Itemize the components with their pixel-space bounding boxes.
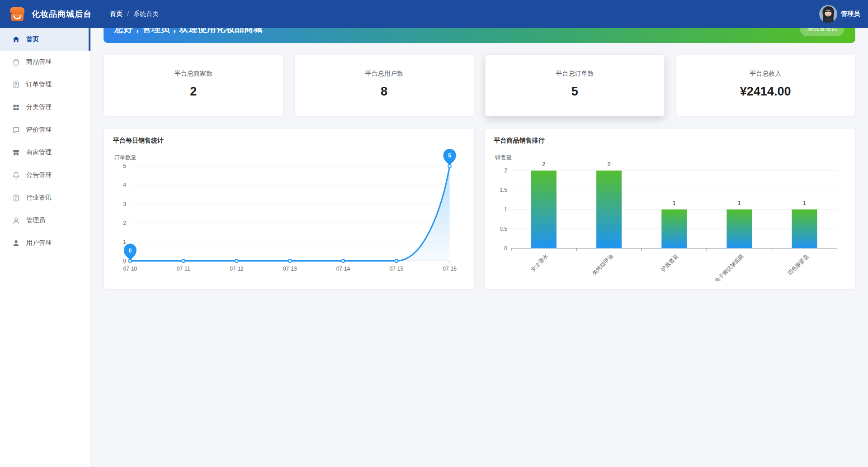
svg-text:销售量: 销售量 [494, 154, 511, 161]
sidebar-item-home[interactable]: 首页 [0, 28, 90, 51]
sidebar-item-categories[interactable]: 分类管理 [0, 96, 90, 119]
grid-icon [12, 103, 20, 111]
svg-text:护肤套装: 护肤套装 [659, 253, 679, 273]
sidebar-item-orders[interactable]: 订单管理 [0, 73, 90, 96]
user-name: 管理员 [841, 10, 860, 18]
sidebar-item-merchants[interactable]: 商家管理 [0, 141, 90, 164]
svg-text:07-13: 07-13 [283, 266, 297, 272]
svg-text:0: 0 [123, 258, 126, 264]
main-content: 您好，管理员，欢迎使用化妆品商城 系统管理员 平台总商家数 2 平台总用户数 8… [91, 0, 868, 467]
stat-card-revenue: 平台总收入 ¥2414.00 [675, 55, 855, 116]
svg-text:四色眼影盘: 四色眼影盘 [786, 253, 810, 276]
chart-title: 平台商品销售排行 [485, 129, 855, 146]
svg-text:1: 1 [802, 200, 806, 206]
stat-label: 平台总用户数 [295, 70, 474, 78]
sidebar-item-industry-news[interactable]: 行业资讯 [0, 186, 90, 209]
charts-row: 平台每日销售统计 订单数量01234507-1007-1107-1207-130… [104, 128, 855, 289]
breadcrumb: 首页 / 系统首页 [110, 10, 159, 18]
news-document-icon [12, 194, 20, 202]
svg-text:5: 5 [123, 163, 126, 169]
stat-card-orders: 平台总订单数 5 [485, 55, 665, 116]
svg-text:2: 2 [504, 167, 507, 174]
shopping-bag-icon [12, 58, 20, 66]
stats-row: 平台总商家数 2 平台总用户数 8 平台总订单数 5 平台总收入 ¥2414.0… [104, 55, 855, 116]
home-icon [12, 35, 20, 43]
daily-sales-line-chart: 订单数量01234507-1007-1107-1207-1307-1407-15… [104, 146, 474, 281]
product-ranking-bar-chart: 销售量00.511.522女士香水2免烤指甲油1护肤套装1鱼子酱抗皱面膜1四色眼… [485, 146, 855, 281]
svg-text:女士香水: 女士香水 [529, 253, 549, 273]
breadcrumb-home-link[interactable]: 首页 [110, 10, 123, 18]
svg-text:0: 0 [129, 248, 132, 254]
top-header: 化妆品商城后台 首页 / 系统首页 管理员 [0, 0, 868, 28]
stat-value: 5 [486, 85, 665, 99]
app-title: 化妆品商城后台 [32, 9, 92, 19]
svg-text:07-12: 07-12 [230, 266, 244, 272]
app-logo-icon [8, 6, 26, 22]
svg-text:1: 1 [504, 206, 507, 213]
breadcrumb-separator: / [127, 10, 129, 18]
comment-icon [12, 126, 20, 134]
bell-icon [12, 171, 20, 179]
daily-sales-chart-card: 平台每日销售统计 订单数量01234507-1007-1107-1207-130… [104, 128, 475, 289]
sidebar: 首页 商品管理 订单管理 分类管理 评价管理 商家管理 公告管理 [0, 28, 91, 467]
svg-text:鱼子酱抗皱面膜: 鱼子酱抗皱面膜 [713, 253, 745, 281]
svg-text:2: 2 [123, 220, 126, 226]
svg-text:1.5: 1.5 [500, 187, 507, 193]
sidebar-item-products[interactable]: 商品管理 [0, 51, 90, 73]
svg-text:5: 5 [448, 152, 451, 159]
svg-text:07-15: 07-15 [389, 266, 403, 272]
stat-card-merchants: 平台总商家数 2 [104, 55, 283, 116]
sidebar-item-users[interactable]: 用户管理 [0, 232, 90, 254]
svg-text:订单数量: 订单数量 [114, 154, 137, 161]
product-ranking-chart-card: 平台商品销售排行 销售量00.511.522女士香水2免烤指甲油1护肤套装1鱼子… [485, 128, 856, 289]
svg-text:3: 3 [123, 201, 126, 207]
breadcrumb-current: 系统首页 [133, 10, 159, 18]
svg-text:07-16: 07-16 [443, 266, 457, 272]
svg-text:免烤指甲油: 免烤指甲油 [590, 253, 614, 276]
stat-value: 2 [104, 85, 283, 99]
person-filled-icon [12, 239, 20, 247]
stat-label: 平台总订单数 [486, 70, 665, 78]
svg-text:1: 1 [123, 239, 126, 245]
svg-text:07-14: 07-14 [336, 266, 350, 272]
stat-value: 8 [295, 85, 474, 99]
svg-text:4: 4 [123, 182, 126, 188]
stat-value: ¥2414.00 [676, 85, 855, 99]
order-document-icon [12, 81, 20, 89]
svg-text:07-10: 07-10 [123, 266, 137, 272]
svg-text:0.5: 0.5 [500, 226, 507, 232]
stat-card-users: 平台总用户数 8 [294, 55, 474, 116]
person-outline-icon [12, 216, 20, 224]
stat-label: 平台总商家数 [104, 70, 283, 78]
svg-text:1: 1 [737, 200, 741, 206]
svg-text:2: 2 [607, 161, 610, 167]
chart-title: 平台每日销售统计 [104, 129, 474, 146]
svg-text:0: 0 [504, 245, 507, 252]
svg-text:07-11: 07-11 [177, 266, 190, 272]
stat-label: 平台总收入 [676, 70, 855, 78]
sidebar-item-admins[interactable]: 管理员 [0, 209, 90, 232]
sidebar-item-announcements[interactable]: 公告管理 [0, 164, 90, 186]
shop-icon [12, 148, 20, 157]
sidebar-item-reviews[interactable]: 评价管理 [0, 119, 90, 141]
svg-text:2: 2 [542, 161, 545, 167]
svg-text:1: 1 [672, 200, 675, 206]
user-avatar[interactable] [819, 5, 837, 23]
